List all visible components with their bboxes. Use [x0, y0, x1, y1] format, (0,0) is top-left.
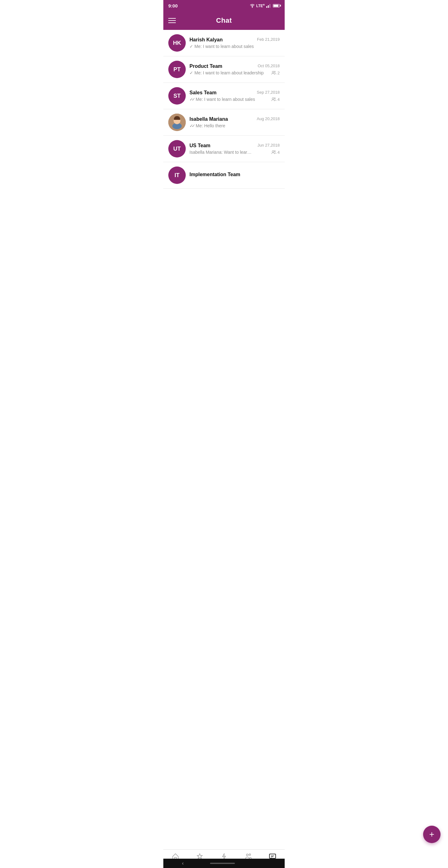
chat-name: Sales Team — [189, 90, 217, 96]
avatar-isabella-mariana — [168, 114, 186, 131]
people-icon — [271, 97, 276, 101]
chat-item-implementation-team[interactable]: IT Implementation Team — [163, 162, 285, 189]
chat-list: HK Harish Kalyan Feb 21,2019 ✓ Me: I wan… — [163, 30, 285, 229]
svg-point-6 — [272, 98, 274, 100]
chat-top: Implementation Team — [189, 172, 280, 177]
people-icon — [271, 150, 276, 154]
chat-date: Jun 27,2018 — [257, 143, 280, 148]
double-check-icon: ✓✓ — [189, 123, 194, 128]
chat-preview: ✓✓ Me: Hello there — [189, 123, 280, 128]
svg-rect-3 — [269, 4, 270, 8]
avatar-product-team: PT — [168, 61, 186, 78]
chat-top: Product Team Oct 05,2018 — [189, 63, 280, 69]
status-icons: LTER — [250, 3, 280, 8]
chat-bottom: ✓ Me: I want to learn about sales — [189, 44, 280, 49]
chat-item-sales-team[interactable]: ST Sales Team Sep 27,2018 ✓✓ Me: I want … — [163, 83, 285, 109]
status-bar: 9:00 LTER — [163, 0, 285, 11]
chat-item-harish-kalyan[interactable]: HK Harish Kalyan Feb 21,2019 ✓ Me: I wan… — [163, 30, 285, 56]
chat-date: Aug 20,2018 — [257, 116, 280, 121]
check-icon: ✓ — [189, 70, 193, 75]
chat-date: Sep 27,2018 — [257, 90, 280, 95]
chat-date: Feb 21,2019 — [257, 37, 280, 42]
people-icon — [271, 71, 276, 75]
chat-name: Isabella Mariana — [189, 116, 228, 122]
chat-content-us-team: US Team Jun 27,2018 Isabella Mariana: Wa… — [189, 143, 280, 155]
svg-point-7 — [274, 98, 275, 99]
chat-meta: 4 — [271, 97, 280, 102]
double-check-icon: ✓✓ — [189, 97, 194, 102]
chat-name: Product Team — [189, 63, 222, 69]
svg-point-0 — [252, 7, 253, 8]
status-time: 9:00 — [168, 3, 178, 8]
avatar-us-team: UT — [168, 140, 186, 157]
chat-bottom: ✓ Me: I want to learn about leadership 2 — [189, 70, 280, 75]
chat-content-product-team: Product Team Oct 05,2018 ✓ Me: I want to… — [189, 63, 280, 75]
lte-label: LTER — [256, 3, 265, 8]
chat-name: US Team — [189, 143, 210, 149]
app-header: Chat — [163, 11, 285, 30]
chat-top: Harish Kalyan Feb 21,2019 — [189, 37, 280, 43]
svg-point-4 — [272, 71, 274, 73]
menu-button[interactable] — [168, 18, 176, 23]
chat-top: US Team Jun 27,2018 — [189, 143, 280, 149]
chat-item-isabella-mariana[interactable]: Isabella Mariana Aug 20,2018 ✓✓ Me: Hell… — [163, 109, 285, 136]
chat-name: Implementation Team — [189, 172, 240, 177]
wifi-icon — [250, 4, 255, 8]
avatar-harish-kalyan: HK — [168, 34, 186, 52]
chat-bottom: Isabella Mariana: Want to learn about co… — [189, 150, 280, 155]
chat-preview: ✓ Me: I want to learn about leadership — [189, 70, 269, 75]
chat-content-harish-kalyan: Harish Kalyan Feb 21,2019 ✓ Me: I want t… — [189, 37, 280, 49]
chat-name: Harish Kalyan — [189, 37, 223, 43]
avatar-implementation-team: IT — [168, 166, 186, 184]
chat-content-sales-team: Sales Team Sep 27,2018 ✓✓ Me: I want to … — [189, 90, 280, 102]
chat-preview: Isabella Mariana: Want to learn about co… — [189, 150, 269, 155]
svg-point-12 — [272, 151, 274, 153]
chat-bottom: ✓✓ Me: Hello there — [189, 123, 280, 128]
check-icon: ✓ — [189, 44, 193, 49]
chat-preview: ✓ Me: I want to learn about sales — [189, 44, 280, 49]
chat-content-implementation-team: Implementation Team — [189, 172, 280, 179]
page-title: Chat — [176, 17, 272, 25]
chat-item-product-team[interactable]: PT Product Team Oct 05,2018 ✓ Me: I want… — [163, 56, 285, 83]
signal-icon — [266, 4, 271, 8]
chat-top: Sales Team Sep 27,2018 — [189, 90, 280, 96]
avatar-sales-team: ST — [168, 87, 186, 104]
chat-meta: 4 — [271, 150, 280, 155]
portrait-svg — [168, 114, 186, 131]
svg-point-13 — [274, 151, 275, 152]
chat-date: Oct 05,2018 — [258, 63, 280, 68]
battery-icon — [273, 4, 280, 7]
chat-bottom: ✓✓ Me: I want to learn about sales 4 — [189, 97, 280, 102]
svg-rect-1 — [266, 6, 267, 8]
chat-preview: ✓✓ Me: I want to learn about sales — [189, 97, 269, 102]
svg-rect-2 — [268, 5, 269, 8]
svg-point-5 — [274, 71, 275, 72]
chat-content-isabella-mariana: Isabella Mariana Aug 20,2018 ✓✓ Me: Hell… — [189, 116, 280, 128]
chat-top: Isabella Mariana Aug 20,2018 — [189, 116, 280, 122]
chat-item-us-team[interactable]: UT US Team Jun 27,2018 Isabella Mariana:… — [163, 136, 285, 162]
chat-meta: 2 — [271, 71, 280, 75]
